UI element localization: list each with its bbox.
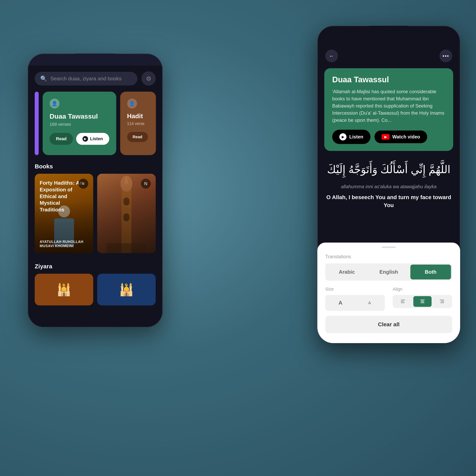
align-label: Align <box>393 287 452 292</box>
size-large-button[interactable]: A <box>326 296 355 310</box>
mosque-icon-1: 🕌 <box>56 283 71 297</box>
size-group: Size A A <box>325 287 385 311</box>
book1-author: AYATULLAH RUHOLLAH MUSAVI KHOMEINI <box>40 240 88 248</box>
translations-label: Translations <box>325 254 452 259</box>
arabic-verse-section: اللَّهُمَّ إِنِّي أَسْأَلُكَ وَأَتَوَجَّ… <box>317 151 460 213</box>
svg-rect-14 <box>440 303 444 303</box>
mosque-icon-2: 🕌 <box>119 283 134 297</box>
arabic-text: اللَّهُمَّ إِنِّي أَسْأَلُكَ وَأَتَوَجَّ… <box>325 161 452 178</box>
svg-rect-6 <box>401 300 405 300</box>
tab-english[interactable]: English <box>368 265 409 279</box>
main-duaa-card: 👤 Duaa Tawassul 169 verses Read ▶ Listen <box>43 92 116 155</box>
info-card-buttons: ▶ Listen ▶ Watch video <box>332 130 445 144</box>
watch-video-button[interactable]: ▶ Watch video <box>374 131 427 143</box>
tab-arabic[interactable]: Arabic <box>326 265 367 279</box>
notch-left <box>75 53 115 62</box>
search-bar: 🔍 Search duaa, ziyara and books ⚙ <box>28 66 163 90</box>
svg-rect-7 <box>401 301 404 302</box>
more-button[interactable]: ••• <box>440 50 452 62</box>
youtube-icon: ▶ <box>382 134 390 140</box>
watch-video-label: Watch video <box>392 134 420 140</box>
svg-rect-11 <box>421 303 425 303</box>
search-placeholder: Search duaa, ziyara and books <box>50 76 121 82</box>
size-small-button[interactable]: A <box>356 296 384 310</box>
align-center-button[interactable] <box>413 296 432 307</box>
info-play-icon: ▶ <box>339 133 346 140</box>
hadit-card-title: Hadit <box>127 112 149 120</box>
top-nav: ← ••• <box>317 46 460 66</box>
align-right-icon <box>440 300 444 303</box>
back-icon: ← <box>329 53 334 59</box>
info-card-title: Duaa Tawassul <box>332 75 445 84</box>
listen-label: Listen <box>90 136 103 141</box>
more-icon: ••• <box>442 53 449 59</box>
cards-row: 👤 Duaa Tawassul 169 verses Read ▶ Listen… <box>28 90 163 157</box>
ziyara-card-2[interactable]: 🕌 <box>97 274 156 306</box>
hadit-card-icon: 👤 <box>127 99 137 108</box>
clear-all-button[interactable]: Clear all <box>325 316 452 333</box>
left-phone-content: 🔍 Search duaa, ziyara and books ⚙ 👤 Duaa… <box>28 66 163 327</box>
size-label: Size <box>325 287 385 292</box>
book2-badge: N <box>141 179 151 189</box>
align-left-icon <box>401 300 405 303</box>
back-button[interactable]: ← <box>325 50 338 62</box>
book-card-1[interactable]: Forty Hadiths: An Exposition of Ethical … <box>35 174 93 253</box>
accent-card <box>35 92 39 155</box>
align-right-button[interactable] <box>433 296 451 307</box>
books-row: Forty Hadiths: An Exposition of Ethical … <box>28 174 163 253</box>
size-buttons: A A <box>325 295 385 311</box>
play-icon: ▶ <box>83 136 88 142</box>
align-left-button[interactable] <box>394 296 412 307</box>
svg-rect-10 <box>421 301 424 302</box>
info-listen-button[interactable]: ▶ Listen <box>332 130 371 144</box>
svg-rect-8 <box>401 303 405 303</box>
sheet-handle <box>382 247 396 248</box>
duaa-card-title: Duaa Tawassul <box>50 112 109 120</box>
duaa-card-subtitle: 169 verses <box>50 122 109 127</box>
svg-rect-12 <box>440 300 444 300</box>
book-card-2[interactable]: N <box>97 174 156 253</box>
size-align-row: Size A A Align <box>325 287 452 311</box>
svg-rect-13 <box>441 301 444 302</box>
align-group: Align <box>393 287 452 311</box>
info-card-description: 'Allamah al-Majlisi has quoted some cons… <box>332 88 445 124</box>
align-buttons <box>393 295 452 308</box>
book1-title: Forty Hadiths: An Exposition of Ethical … <box>40 180 84 213</box>
ziyara-card-1[interactable]: 🕌 <box>35 274 93 306</box>
search-input-wrap[interactable]: 🔍 Search duaa, ziyara and books <box>35 72 137 85</box>
book1-badge: ≡ <box>78 179 88 189</box>
duaa-card-icon: 👤 <box>50 99 60 108</box>
search-icon: 🔍 <box>40 75 47 82</box>
books-section-title: Books <box>28 157 163 174</box>
hadit-read-button[interactable]: Read <box>127 132 148 142</box>
transliteration-text: allahumma inni as'aluka wa atawajjahu il… <box>325 184 452 189</box>
translation-text: O Allah, I beseech You and turn my face … <box>325 193 452 209</box>
left-phone: 🔍 Search duaa, ziyara and books ⚙ 👤 Duaa… <box>28 53 163 327</box>
right-phone: ← ••• Duaa Tawassul 'Allamah al-Majlisi … <box>317 26 460 343</box>
translation-tabs: Arabic English Both <box>325 263 452 281</box>
notch-right <box>369 26 408 33</box>
hadit-card: 👤 Hadit 114 verse Read <box>120 92 156 155</box>
info-card: Duaa Tawassul 'Allamah al-Majlisi has qu… <box>324 68 453 151</box>
svg-rect-9 <box>420 300 425 300</box>
bottom-sheet: Translations Arabic English Both Size A … <box>317 243 460 343</box>
ziyara-section-title: Ziyara <box>35 259 156 270</box>
hadit-card-subtitle: 114 verse <box>127 121 149 126</box>
read-button[interactable]: Read <box>50 133 73 145</box>
settings-button[interactable]: ⚙ <box>141 71 156 86</box>
align-center-icon <box>420 300 425 303</box>
right-phone-content: ← ••• Duaa Tawassul 'Allamah al-Majlisi … <box>317 46 460 343</box>
ziyara-section: Ziyara 🕌 🕌 <box>28 253 163 306</box>
ziyara-row: 🕌 🕌 <box>35 274 156 306</box>
listen-button[interactable]: ▶ Listen <box>76 133 109 145</box>
tab-both[interactable]: Both <box>410 265 451 279</box>
info-listen-label: Listen <box>349 134 363 140</box>
duaa-card-buttons: Read ▶ Listen <box>50 133 109 145</box>
